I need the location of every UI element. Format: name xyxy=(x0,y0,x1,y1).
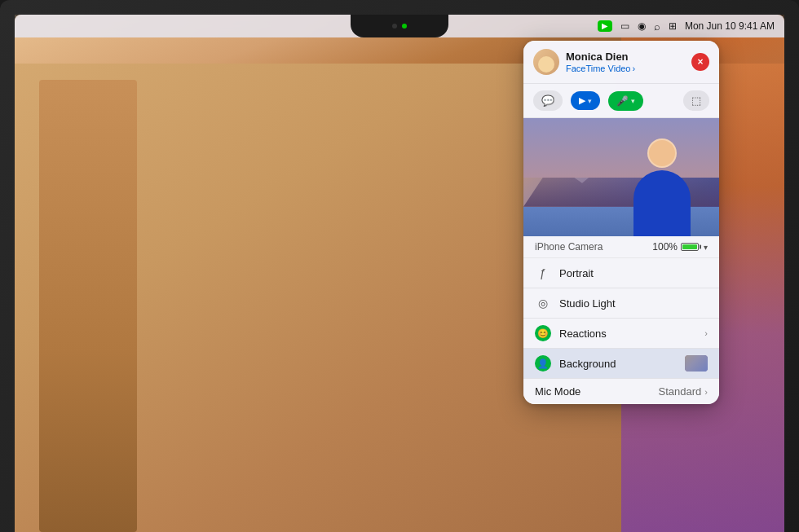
mic-mode-row[interactable]: Mic Mode Standard › xyxy=(523,379,719,404)
message-button[interactable]: 💬 xyxy=(533,90,563,111)
studio-light-icon: ◎ xyxy=(535,295,551,311)
mic-mode-label: Mic Mode xyxy=(535,385,659,398)
screen-share-icon: ⬚ xyxy=(691,95,701,107)
battery-fill xyxy=(682,244,697,249)
close-button[interactable]: × xyxy=(691,53,709,71)
battery-indicator xyxy=(681,243,699,251)
background-menu-item[interactable]: 👤 Background xyxy=(523,349,719,378)
video-chevron: ▾ xyxy=(588,97,592,105)
preview-person-head xyxy=(647,138,677,168)
popup-header: Monica Dien FaceTime Video › × xyxy=(523,41,719,84)
notch-dot-green xyxy=(402,24,407,29)
camera-notch xyxy=(351,15,448,37)
screen: ▶ ▭ ◉ ⌕ ⊞ Mon Jun 10 9:41 AM Monica Dien xyxy=(15,15,784,532)
mic-mode-value: Standard xyxy=(659,385,702,398)
menubar-search-icon[interactable]: ⌕ xyxy=(654,20,660,33)
portrait-icon: ƒ xyxy=(535,265,551,281)
controls-row: 💬 ▶ ▾ 🎤 ▾ ⬚ xyxy=(523,84,719,118)
reactions-label: Reactions xyxy=(559,328,696,340)
mic-button[interactable]: 🎤 ▾ xyxy=(608,91,643,111)
portrait-menu-item[interactable]: ƒ Portrait xyxy=(523,258,719,288)
subtitle-chevron: › xyxy=(632,64,635,73)
camera-battery-pct: 100% xyxy=(652,241,699,253)
menubar-battery-icon: ▭ xyxy=(620,20,629,32)
mic-mode-chevron: › xyxy=(704,387,708,397)
preview-person xyxy=(629,138,695,236)
camera-label: iPhone Camera xyxy=(535,241,652,253)
menubar-right: ▶ ▭ ◉ ⌕ ⊞ Mon Jun 10 9:41 AM xyxy=(598,20,775,33)
preview-person-body xyxy=(633,170,691,236)
menubar-datetime: Mon Jun 10 9:41 AM xyxy=(685,20,775,32)
mic-chevron: ▾ xyxy=(631,97,635,105)
background-label: Background xyxy=(559,358,677,370)
message-icon: 💬 xyxy=(541,95,554,107)
reactions-chevron: › xyxy=(704,328,708,338)
contact-avatar xyxy=(533,49,559,75)
video-preview xyxy=(523,118,719,236)
app-label: FaceTime Video xyxy=(566,64,630,73)
portrait-label: Portrait xyxy=(559,267,708,279)
studio-light-menu-item[interactable]: ◎ Studio Light xyxy=(523,288,719,318)
facetime-popup: Monica Dien FaceTime Video › × 💬 ▶ ▾ xyxy=(523,41,719,404)
menubar-facetime-icon[interactable]: ▶ xyxy=(598,20,612,32)
dropdown-panel: iPhone Camera 100% ▾ ƒ Portrait xyxy=(523,236,719,404)
screen-share-button[interactable]: ⬚ xyxy=(683,90,709,111)
reactions-menu-item[interactable]: 😊 Reactions › xyxy=(523,319,719,348)
mic-icon: 🎤 xyxy=(616,95,629,107)
studio-light-label: Studio Light xyxy=(559,297,708,310)
contact-name-area: Monica Dien FaceTime Video › xyxy=(566,51,691,73)
contact-name: Monica Dien xyxy=(566,51,691,64)
background-icon: 👤 xyxy=(535,355,551,372)
background-thumbnail xyxy=(685,355,708,372)
camera-source-row[interactable]: iPhone Camera 100% ▾ xyxy=(523,236,719,258)
menubar-wifi-icon: ◉ xyxy=(638,20,646,32)
camera-chevron: ▾ xyxy=(704,243,708,252)
video-button[interactable]: ▶ ▾ xyxy=(571,91,600,110)
popup-subtitle[interactable]: FaceTime Video › xyxy=(566,64,691,73)
macbook-frame: ▶ ▭ ◉ ⌕ ⊞ Mon Jun 10 9:41 AM Monica Dien xyxy=(0,0,799,532)
video-icon: ▶ xyxy=(579,95,585,106)
menubar-control-icon[interactable]: ⊞ xyxy=(669,20,677,32)
reactions-icon: 😊 xyxy=(535,325,551,341)
notch-dot-1 xyxy=(392,24,397,29)
room-panel xyxy=(39,80,137,532)
